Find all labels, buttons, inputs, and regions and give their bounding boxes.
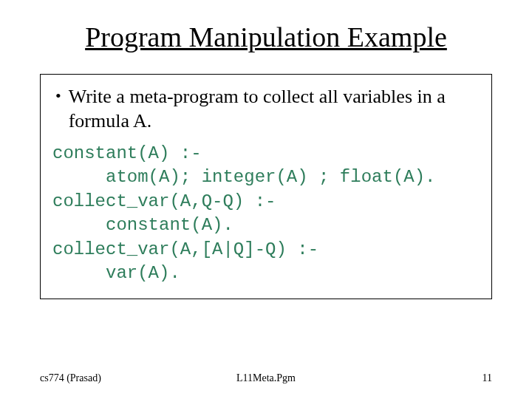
code-line: collect_var(A,Q-Q) :- [52,191,276,211]
bullet-item: • Write a meta-program to collect all va… [52,85,480,133]
code-line: atom(A); integer(A) ; float(A). [52,167,435,187]
bullet-text: Write a meta-program to collect all vari… [69,85,480,133]
code-line: constant(A). [52,215,233,235]
content-box: • Write a meta-program to collect all va… [40,74,492,299]
slide: Program Manipulation Example • Write a m… [0,0,532,399]
bullet-marker: • [55,85,61,108]
code-line: constant(A) :- [52,143,202,163]
page-title: Program Manipulation Example [40,21,492,53]
code-line: var(A). [52,263,180,283]
code-line: collect_var(A,[A|Q]-Q) :- [52,239,318,259]
code-block: constant(A) :- atom(A); integer(A) ; flo… [52,142,480,285]
footer: cs774 (Prasad) L11Meta.Pgm 11 [40,372,492,384]
footer-center: L11Meta.Pgm [40,372,492,384]
